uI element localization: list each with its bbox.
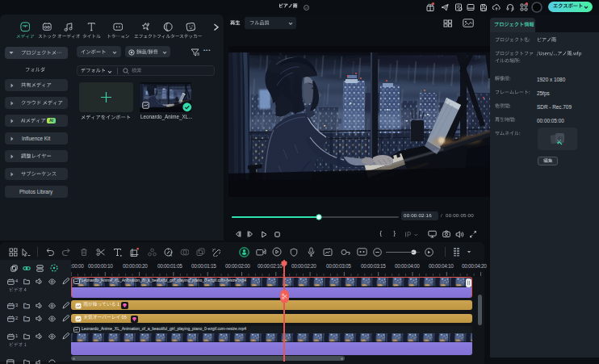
svg-text:A: A <box>170 253 172 257</box>
